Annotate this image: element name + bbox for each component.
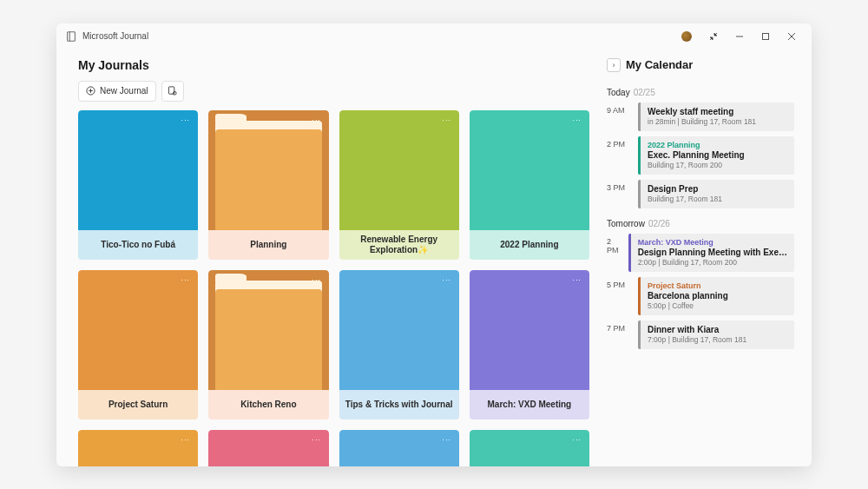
app-window: Microsoft Journal My Journals New Journa… — [56, 23, 812, 466]
journal-card[interactable]: ⋮ — [339, 430, 459, 466]
toolbar: New Journal — [78, 81, 595, 102]
journal-card[interactable]: ⋮Renewable Energy Exploration✨ — [339, 110, 459, 260]
event-tag: March: VXD Meeting — [638, 238, 787, 247]
event-title: Exec. Planning Meeting — [648, 150, 787, 160]
journal-cover: ⋮ — [208, 270, 328, 390]
journal-title: Planning — [208, 230, 328, 260]
journal-title: Tico-Tico no Fubá — [78, 230, 198, 260]
card-menu-icon[interactable]: ⋮ — [571, 116, 582, 126]
journal-cover: ⋮ — [339, 110, 459, 230]
calendar-header: › My Calendar — [607, 58, 794, 72]
journal-cover: ⋮ — [78, 110, 198, 230]
titlebar: Microsoft Journal — [56, 23, 812, 50]
journal-settings-button[interactable] — [161, 81, 184, 102]
journal-title: 2022 Planning — [470, 230, 589, 260]
journal-card[interactable]: ⋮Tips & Tricks with Journal — [339, 270, 459, 420]
journal-card[interactable]: ⋮Planning — [208, 110, 328, 260]
card-menu-icon[interactable]: ⋮ — [571, 275, 582, 286]
journal-card[interactable]: ⋮ — [470, 430, 589, 466]
calendar-group-label: Tomorrow — [607, 219, 645, 228]
event-subtitle: 7:00p | Building 17, Room 181 — [648, 335, 787, 344]
journal-card[interactable]: ⋮Tico-Tico no Fubá — [78, 110, 198, 260]
event-time: 7 PM — [607, 320, 631, 349]
notebook-gear-icon — [168, 86, 177, 96]
user-avatar[interactable] — [681, 31, 692, 42]
card-menu-icon[interactable]: ⋮ — [180, 116, 191, 126]
calendar-title: My Calendar — [626, 58, 693, 71]
event-card: Weekly staff meetingin 28min | Building … — [638, 102, 794, 131]
event-card: March: VXD MeetingDesign Planning Meetin… — [628, 234, 794, 272]
journal-cover: ⋮ — [339, 270, 459, 390]
app-title: Microsoft Journal — [82, 31, 148, 41]
page-title: My Journals — [78, 58, 149, 72]
event-subtitle: 2:00p | Building 17, Room 200 — [638, 258, 787, 267]
calendar-body: Today02/259 AMWeekly staff meetingin 28m… — [607, 88, 794, 349]
folder-front — [215, 129, 321, 230]
plus-circle-icon — [86, 86, 95, 96]
event-title: Design Prep — [648, 184, 787, 194]
event-time: 5 PM — [607, 277, 631, 315]
event-title: Design Planning Meeting with Exe… — [638, 248, 787, 257]
card-menu-icon[interactable]: ⋮ — [311, 116, 322, 126]
card-menu-icon[interactable]: ⋮ — [571, 435, 582, 446]
event-card: Dinner with Kiara7:00p | Building 17, Ro… — [638, 320, 794, 349]
calendar-sidebar: › My Calendar Today02/259 AMWeekly staff… — [595, 58, 794, 466]
calendar-group-title: Tomorrow02/26 — [607, 219, 794, 228]
new-journal-button[interactable]: New Journal — [78, 81, 156, 102]
close-button[interactable] — [779, 25, 805, 48]
event-tag: 2022 Planning — [648, 141, 787, 149]
journal-title: Kitchen Reno — [208, 390, 328, 420]
calendar-event[interactable]: 2 PM2022 PlanningExec. Planning MeetingB… — [607, 136, 794, 175]
calendar-event[interactable]: 5 PMProject SaturnBarcelona planning5:00… — [607, 277, 794, 315]
journal-card[interactable]: ⋮ — [78, 430, 198, 466]
event-card: Design PrepBuilding 17, Room 181 — [638, 180, 794, 208]
calendar-group-date: 02/26 — [648, 219, 670, 228]
event-time: 2 PM — [607, 234, 621, 272]
journal-cover: ⋮ — [339, 430, 459, 466]
minimize-button[interactable] — [727, 25, 753, 48]
journal-cover: ⋮ — [78, 430, 198, 466]
event-title: Dinner with Kiara — [648, 325, 787, 334]
journal-card[interactable]: ⋮ — [208, 430, 328, 466]
journal-title: Project Saturn — [78, 390, 198, 420]
calendar-group: Tomorrow02/262 PMMarch: VXD MeetingDesig… — [607, 219, 794, 349]
calendar-event[interactable]: 2 PMMarch: VXD MeetingDesign Planning Me… — [607, 234, 794, 272]
maximize-button[interactable] — [753, 25, 779, 48]
compact-icon[interactable] — [700, 25, 727, 48]
svg-rect-1 — [763, 33, 769, 39]
calendar-event[interactable]: 3 PMDesign PrepBuilding 17, Room 181 — [607, 180, 794, 208]
card-menu-icon[interactable]: ⋮ — [180, 435, 191, 446]
event-card: 2022 PlanningExec. Planning MeetingBuild… — [638, 136, 794, 175]
journal-cover: ⋮ — [470, 270, 589, 390]
chevron-right-icon[interactable]: › — [607, 58, 621, 72]
main-header: My Journals — [78, 58, 595, 72]
calendar-event[interactable]: 7 PMDinner with Kiara7:00p | Building 17… — [607, 320, 794, 349]
journal-title: Renewable Energy Exploration✨ — [339, 230, 459, 260]
journal-grid: ⋮Tico-Tico no Fubá⋮Planning⋮Renewable En… — [78, 110, 595, 466]
journal-card[interactable]: ⋮March: VXD Meeting — [470, 270, 589, 420]
event-card: Project SaturnBarcelona planning5:00p | … — [638, 277, 794, 315]
card-menu-icon[interactable]: ⋮ — [441, 116, 452, 126]
journal-card[interactable]: ⋮Kitchen Reno — [208, 270, 328, 420]
card-menu-icon[interactable]: ⋮ — [311, 275, 322, 286]
svg-rect-0 — [68, 31, 76, 41]
event-subtitle: Building 17, Room 181 — [648, 195, 787, 203]
journal-cover: ⋮ — [470, 430, 589, 466]
event-subtitle: 5:00p | Coffee — [648, 301, 787, 310]
card-menu-icon[interactable]: ⋮ — [311, 435, 322, 446]
journal-card[interactable]: ⋮2022 Planning — [470, 110, 589, 260]
event-subtitle: Building 17, Room 200 — [648, 161, 787, 169]
content-area: My Journals New Journal ⋮Tico-Tico no Fu… — [56, 50, 812, 466]
card-menu-icon[interactable]: ⋮ — [441, 435, 452, 446]
calendar-event[interactable]: 9 AMWeekly staff meetingin 28min | Build… — [607, 102, 794, 131]
event-time: 3 PM — [607, 180, 631, 208]
journal-title: Tips & Tricks with Journal — [339, 390, 459, 420]
journal-cover: ⋮ — [208, 110, 328, 230]
journal-card[interactable]: ⋮Project Saturn — [78, 270, 198, 420]
new-journal-label: New Journal — [100, 86, 148, 96]
card-menu-icon[interactable]: ⋮ — [441, 275, 452, 286]
event-subtitle: in 28min | Building 17, Room 181 — [648, 117, 787, 126]
journal-cover: ⋮ — [208, 430, 328, 466]
card-menu-icon[interactable]: ⋮ — [180, 275, 191, 286]
calendar-group-title: Today02/25 — [607, 88, 794, 97]
